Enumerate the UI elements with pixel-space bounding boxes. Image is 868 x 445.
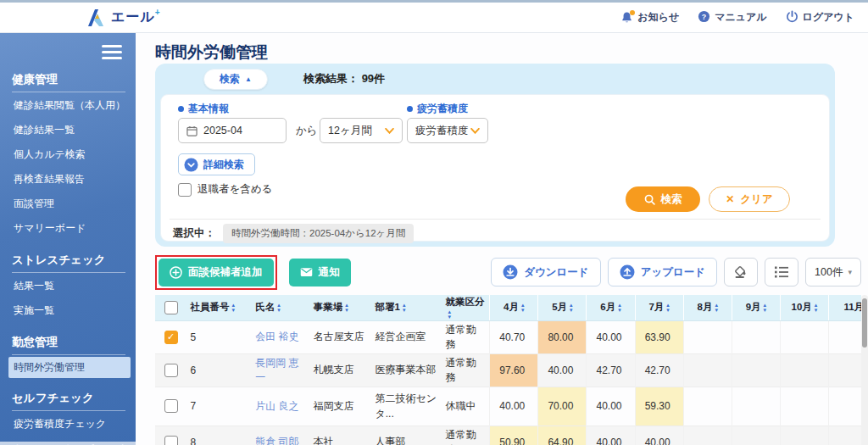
sidebar-item-exec-list[interactable]: 実施一覧 bbox=[12, 299, 125, 322]
divider bbox=[170, 219, 821, 220]
name-cell: 片山 良之 bbox=[252, 387, 310, 426]
sidebar-section-stress: ストレスチェック bbox=[12, 253, 125, 273]
header-office[interactable]: 事業場▴▾ bbox=[310, 295, 372, 320]
sidebar-item-checkup-list[interactable]: 健診結果一覧 bbox=[12, 119, 125, 142]
clear-button-label: クリア bbox=[740, 192, 772, 207]
download-label: ダウンロード bbox=[524, 265, 588, 280]
scrollbar-thumb[interactable] bbox=[862, 298, 867, 348]
sidebar-item-karte-search[interactable]: 個人カルテ検索 bbox=[12, 143, 125, 166]
header-jun[interactable]: 6月▴▾ bbox=[587, 295, 635, 320]
notify-button[interactable]: 通知 bbox=[289, 259, 351, 286]
list-view-button[interactable] bbox=[765, 258, 798, 286]
status-cell: 通常勤務 bbox=[442, 320, 490, 353]
month-cell: 80.00 bbox=[538, 320, 587, 353]
employee-name-link[interactable]: 片山 良之 bbox=[255, 400, 298, 412]
sidebar-item-recheck-report[interactable]: 再検査結果報告 bbox=[12, 168, 125, 191]
month-cell: 63.90 bbox=[635, 320, 683, 353]
employee-name-link[interactable]: 長岡岡 恵一 bbox=[255, 357, 298, 383]
sidebar-item-overtime-mgmt[interactable]: 時間外労働管理 bbox=[8, 357, 131, 378]
bell-icon bbox=[620, 11, 633, 24]
power-icon bbox=[786, 10, 798, 25]
app-logo[interactable]: エール + bbox=[86, 8, 160, 27]
month-picker-input[interactable]: 2025-04 bbox=[178, 118, 287, 143]
office-cell: 名古屋支店 bbox=[310, 320, 372, 353]
header-sep[interactable]: 9月▴▾ bbox=[732, 295, 780, 320]
advanced-search-label: 詳細検索 bbox=[203, 158, 244, 172]
envelope-icon bbox=[300, 267, 313, 277]
sort-icon: ▴▾ bbox=[570, 303, 573, 313]
header-aug[interactable]: 8月▴▾ bbox=[683, 295, 732, 320]
row-checkbox[interactable]: ✓ bbox=[164, 399, 178, 413]
include-retired-checkbox[interactable]: ✓ bbox=[178, 183, 192, 197]
advanced-search-button[interactable]: 詳細検索 bbox=[178, 153, 255, 175]
office-cell: 札幌支店 bbox=[310, 353, 372, 387]
notice-link[interactable]: お知らせ bbox=[620, 10, 679, 25]
page-size-select[interactable]: 100件 ▾ bbox=[805, 258, 861, 286]
search-button[interactable]: 検索 bbox=[626, 186, 700, 212]
sort-icon: ▴▾ bbox=[345, 303, 348, 313]
chevron-down-icon bbox=[385, 128, 394, 134]
notice-badge-dot bbox=[630, 10, 635, 15]
main-content: 時間外労働管理 検索 ▲ 検索結果： 99件 基本情報 2025-04 か bbox=[136, 33, 868, 445]
header-employee-id[interactable]: 社員番号▴▾ bbox=[186, 295, 252, 320]
row-checkbox[interactable]: ✓ bbox=[164, 436, 178, 445]
sidebar-item-checkup-view[interactable]: 健診結果閲覧（本人用） bbox=[12, 94, 125, 117]
header-nov[interactable]: 11月▴▾ bbox=[829, 295, 861, 320]
selected-filter-row: 選択中： 時間外労働時間：2025-04から12ヶ月間 bbox=[173, 224, 414, 243]
header-oct[interactable]: 10月▴▾ bbox=[780, 295, 828, 320]
header-may[interactable]: 5月▴▾ bbox=[538, 295, 587, 320]
close-icon: ✕ bbox=[726, 193, 734, 205]
fatigue-select[interactable]: 疲労蓄積度 bbox=[407, 118, 488, 143]
status-cell: 通常勤務 bbox=[442, 426, 490, 445]
logout-link[interactable]: ログアウト bbox=[786, 10, 854, 25]
header-work-status[interactable]: 就業区分▴▾ bbox=[442, 295, 490, 320]
search-panel: 検索 ▲ 検索結果： 99件 基本情報 2025-04 から 12ヶ月間 bbox=[155, 64, 835, 247]
upload-button[interactable]: アップロード bbox=[608, 258, 717, 286]
name-cell: 会田 裕史 bbox=[252, 320, 310, 353]
status-cell: 休職中 bbox=[442, 387, 490, 426]
header-dept[interactable]: 部署1▴▾ bbox=[372, 295, 442, 320]
top-bar-links: お知らせ ? マニュアル ログアウト bbox=[620, 10, 854, 25]
download-button[interactable]: ダウンロード bbox=[491, 258, 600, 286]
menu-toggle-icon[interactable] bbox=[102, 45, 122, 59]
header-apr[interactable]: 4月▴▾ bbox=[490, 295, 538, 320]
employee-id-cell: 6 bbox=[186, 353, 252, 387]
add-interview-candidate-button[interactable]: 面談候補者追加 bbox=[159, 259, 274, 286]
sort-icon: ▴▾ bbox=[521, 303, 525, 313]
sidebar-item-interview-mgmt[interactable]: 面談管理 bbox=[12, 192, 125, 215]
row-checkbox[interactable]: ✓ bbox=[164, 364, 178, 377]
header-name[interactable]: 氏名▴▾ bbox=[252, 295, 310, 320]
fill-color-button[interactable] bbox=[724, 258, 758, 286]
clear-button[interactable]: ✕ クリア bbox=[709, 186, 790, 212]
sidebar-item-summary-board[interactable]: サマリーボード bbox=[12, 217, 125, 240]
employee-id-cell: 7 bbox=[186, 387, 252, 426]
sidebar-item-result-list[interactable]: 結果一覧 bbox=[12, 275, 125, 298]
search-collapse-button[interactable]: 検索 ▲ bbox=[203, 69, 268, 90]
table-toolbar: 面談候補者追加 通知 ダウンロード アップロード bbox=[155, 255, 861, 289]
employee-name-link[interactable]: 会田 裕史 bbox=[255, 331, 298, 342]
help-icon: ? bbox=[698, 10, 710, 25]
period-select[interactable]: 12ヶ月間 bbox=[320, 118, 403, 143]
month-cell bbox=[780, 320, 828, 353]
select-all-checkbox[interactable]: ✓ bbox=[164, 301, 178, 314]
month-cell: 42.70 bbox=[587, 353, 635, 387]
search-button-label: 検索 bbox=[661, 192, 682, 207]
month-cell: 40.00 bbox=[490, 387, 538, 426]
logo-icon bbox=[86, 8, 107, 27]
month-cell bbox=[732, 320, 780, 353]
row-select-cell: ✓ bbox=[155, 320, 186, 353]
sort-icon: ▴▾ bbox=[231, 303, 235, 313]
row-select-cell: ✓ bbox=[155, 387, 186, 426]
table-scrollbar[interactable] bbox=[861, 295, 868, 445]
dept-cell: 経営企画室 bbox=[372, 320, 442, 353]
sidebar-item-fatigue-check[interactable]: 疲労蓄積度チェック bbox=[12, 413, 125, 436]
month-cell: 50.90 bbox=[490, 426, 538, 445]
include-retired-row[interactable]: ✓ 退職者を含める bbox=[178, 182, 272, 197]
employee-name-link[interactable]: 熊倉 司郎 bbox=[255, 436, 298, 445]
header-jul[interactable]: 7月▴▾ bbox=[635, 295, 683, 320]
search-panel-header: 検索 ▲ 検索結果： 99件 bbox=[155, 64, 835, 94]
manual-link[interactable]: ? マニュアル bbox=[698, 10, 766, 25]
month-cell: 40.00 bbox=[587, 320, 635, 353]
row-checkbox[interactable]: ✓ bbox=[164, 331, 178, 344]
sidebar: 健康管理 健診結果閲覧（本人用） 健診結果一覧 個人カルテ検索 再検査結果報告 … bbox=[0, 33, 136, 445]
